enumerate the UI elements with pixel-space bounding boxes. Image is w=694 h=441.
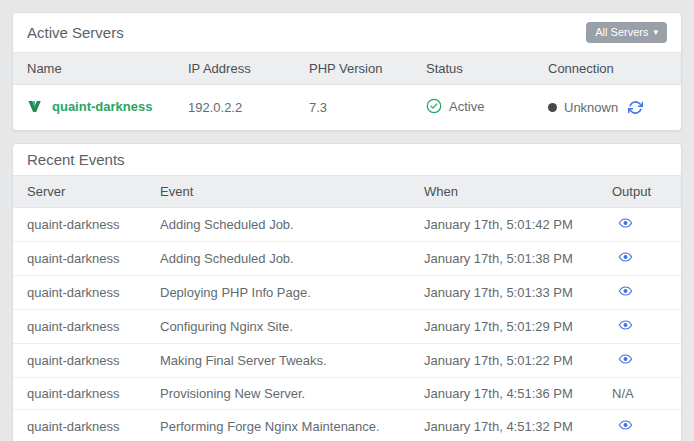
event-description: Making Final Server Tweaks. [146, 344, 410, 378]
event-output-cell: N/A [598, 378, 681, 410]
col-header-ip-address: IP Address [174, 53, 295, 85]
event-output-cell [598, 410, 681, 441]
col-header-status: Status [412, 53, 534, 85]
event-server-name: quaint-darkness [13, 378, 146, 410]
event-server-name: quaint-darkness [13, 344, 146, 378]
server-row: quaint-darkness 192.0.2.2 7.3 [13, 85, 681, 131]
event-row: quaint-darkness Making Final Server Twea… [13, 344, 681, 378]
events-table: Server Event When Output quaint-darkness… [13, 175, 681, 441]
active-servers-panel: Active Servers All Servers ▾ Name IP Add… [12, 12, 682, 131]
col-header-name: Name [13, 53, 174, 85]
view-output-eye-icon[interactable] [617, 418, 634, 432]
event-server-name: quaint-darkness [13, 276, 146, 310]
event-timestamp: January 17th, 5:01:22 PM [410, 344, 598, 378]
event-timestamp: January 17th, 5:01:42 PM [410, 208, 598, 242]
server-status-label: Active [449, 99, 484, 114]
active-servers-title: Active Servers [27, 24, 124, 41]
view-output-eye-icon[interactable] [617, 352, 634, 366]
recent-events-panel: Recent Events Server Event When Output q… [12, 143, 682, 441]
event-server-name: quaint-darkness [13, 242, 146, 276]
events-tbody: quaint-darkness Adding Scheduled Job. Ja… [13, 208, 681, 441]
event-row: quaint-darkness Performing Forge Nginx M… [13, 410, 681, 441]
connection-status-label: Unknown [564, 100, 618, 115]
event-timestamp: January 17th, 4:51:32 PM [410, 410, 598, 441]
recent-events-heading: Recent Events [13, 144, 681, 175]
connection-status-dot [548, 103, 557, 112]
event-output-cell [598, 242, 681, 276]
event-output-cell [598, 344, 681, 378]
col-header-when: When [410, 176, 598, 208]
recent-events-title: Recent Events [27, 151, 125, 168]
event-timestamp: January 17th, 4:51:36 PM [410, 378, 598, 410]
events-table-header-row: Server Event When Output [13, 176, 681, 208]
view-output-eye-icon[interactable] [617, 250, 634, 264]
col-header-server: Server [13, 176, 146, 208]
view-output-eye-icon[interactable] [617, 318, 634, 332]
event-description: Deploying PHP Info Page. [146, 276, 410, 310]
event-server-name: quaint-darkness [13, 208, 146, 242]
event-description: Configuring Nginx Site. [146, 310, 410, 344]
col-header-event: Event [146, 176, 410, 208]
event-description: Adding Scheduled Job. [146, 208, 410, 242]
event-timestamp: January 17th, 5:01:33 PM [410, 276, 598, 310]
refresh-connection-icon[interactable] [628, 100, 643, 115]
event-row: quaint-darkness Provisioning New Server.… [13, 378, 681, 410]
col-header-output: Output [598, 176, 681, 208]
event-row: quaint-darkness Adding Scheduled Job. Ja… [13, 208, 681, 242]
event-server-name: quaint-darkness [13, 410, 146, 441]
view-output-eye-icon[interactable] [617, 284, 634, 298]
dashboard-page: Active Servers All Servers ▾ Name IP Add… [0, 0, 694, 441]
server-ip-address: 192.0.2.2 [174, 85, 295, 131]
event-output-cell [598, 276, 681, 310]
col-header-connection: Connection [534, 53, 681, 85]
event-row: quaint-darkness Configuring Nginx Site. … [13, 310, 681, 344]
server-name-link[interactable]: quaint-darkness [52, 99, 152, 114]
event-description: Provisioning New Server. [146, 378, 410, 410]
all-servers-dropdown-label: All Servers [595, 26, 648, 39]
event-row: quaint-darkness Adding Scheduled Job. Ja… [13, 242, 681, 276]
event-timestamp: January 17th, 5:01:29 PM [410, 310, 598, 344]
active-servers-heading: Active Servers All Servers ▾ [13, 13, 681, 52]
server-provider-icon [27, 99, 42, 114]
event-server-name: quaint-darkness [13, 310, 146, 344]
event-output-cell [598, 310, 681, 344]
status-check-circle-icon [426, 98, 442, 114]
view-output-eye-icon[interactable] [617, 216, 634, 230]
all-servers-dropdown-button[interactable]: All Servers ▾ [586, 22, 667, 43]
event-description: Adding Scheduled Job. [146, 242, 410, 276]
event-row: quaint-darkness Deploying PHP Info Page.… [13, 276, 681, 310]
event-description: Performing Forge Nginx Maintenance. [146, 410, 410, 441]
event-output-cell [598, 208, 681, 242]
chevron-down-icon: ▾ [653, 27, 658, 38]
server-php-version: 7.3 [295, 85, 412, 131]
output-na-label: N/A [612, 386, 634, 401]
event-timestamp: January 17th, 5:01:38 PM [410, 242, 598, 276]
col-header-php-version: PHP Version [295, 53, 412, 85]
servers-table-header-row: Name IP Address PHP Version Status Conne… [13, 53, 681, 85]
servers-table: Name IP Address PHP Version Status Conne… [13, 52, 681, 130]
